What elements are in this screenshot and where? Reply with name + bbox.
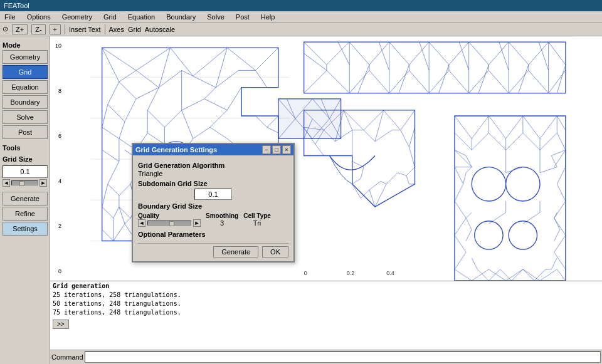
menu-help[interactable]: Help xyxy=(259,13,277,21)
svg-line-21 xyxy=(216,70,238,87)
menu-geometry[interactable]: Geometry xyxy=(60,13,94,21)
grid-label[interactable]: Grid xyxy=(128,26,141,33)
equation-button[interactable]: Equation xyxy=(3,80,48,94)
dialog-maximize-button[interactable]: □ xyxy=(272,145,281,154)
svg-line-44 xyxy=(102,127,119,138)
svg-line-219 xyxy=(557,184,566,201)
axes-label[interactable]: Axes xyxy=(109,26,124,33)
svg-line-12 xyxy=(256,48,278,70)
zoom-in-button[interactable]: Z+ xyxy=(12,24,28,34)
slider-thumb[interactable] xyxy=(19,181,24,186)
menu-file[interactable]: File xyxy=(3,13,18,21)
svg-line-228 xyxy=(455,269,472,281)
optional-label: Optional Parameters xyxy=(138,231,288,238)
menu-equation[interactable]: Equation xyxy=(126,13,157,21)
command-row: Command xyxy=(50,350,602,364)
menu-solve[interactable]: Solve xyxy=(205,13,226,21)
zoom-out-button[interactable]: Z- xyxy=(31,24,45,34)
svg-line-211 xyxy=(557,133,566,150)
svg-line-138 xyxy=(469,42,489,65)
y-label-8: 8 xyxy=(50,88,63,94)
svg-line-7 xyxy=(102,48,136,70)
svg-line-170 xyxy=(358,65,369,93)
svg-line-298 xyxy=(406,175,409,184)
grid-size-group xyxy=(3,165,47,178)
subdomain-input[interactable] xyxy=(194,189,232,200)
svg-line-19 xyxy=(193,76,216,87)
svg-line-41 xyxy=(267,116,278,127)
svg-line-254 xyxy=(523,212,540,224)
svg-line-198 xyxy=(455,116,472,138)
svg-line-16 xyxy=(159,48,170,87)
svg-line-216 xyxy=(455,167,463,184)
settings-button[interactable]: Settings xyxy=(3,222,48,236)
dialog-minimize-button[interactable]: − xyxy=(262,145,271,154)
app-title: FEATool xyxy=(4,2,29,9)
svg-line-143 xyxy=(304,70,327,93)
svg-line-37 xyxy=(227,88,241,110)
post-button[interactable]: Post xyxy=(3,125,48,139)
svg-line-280 xyxy=(315,144,324,155)
quality-slider-right[interactable]: ► xyxy=(193,219,201,227)
grid-size-input[interactable] xyxy=(3,165,48,178)
svg-line-152 xyxy=(488,70,509,93)
solve-button[interactable]: Solve xyxy=(3,110,48,124)
slider-right-arrow[interactable]: ► xyxy=(40,179,47,187)
log-line-3: 75 iterations, 248 triangulations. xyxy=(53,308,599,317)
svg-line-179 xyxy=(539,42,548,70)
grid-button[interactable]: Grid xyxy=(3,65,48,79)
more-button[interactable]: >> xyxy=(53,320,69,329)
slider-track[interactable] xyxy=(11,180,38,185)
dialog-generate-button[interactable]: Generate xyxy=(213,246,258,257)
quality-slider-left[interactable]: ◄ xyxy=(138,219,145,227)
svg-line-210 xyxy=(540,133,557,150)
svg-line-180 xyxy=(557,65,566,93)
svg-line-40 xyxy=(256,116,267,127)
menu-boundary[interactable]: Boundary xyxy=(164,13,198,21)
slider-left-arrow[interactable]: ◄ xyxy=(3,179,10,187)
svg-line-14 xyxy=(119,70,136,81)
command-input[interactable] xyxy=(85,351,601,363)
dialog-close-button[interactable]: × xyxy=(282,145,291,154)
dialog-body: Grid Generation Algorithm Triangle Subdo… xyxy=(133,155,293,261)
menu-post[interactable]: Post xyxy=(234,13,251,21)
generate-button[interactable]: Generate xyxy=(3,192,48,205)
svg-line-130 xyxy=(304,42,327,65)
svg-line-207 xyxy=(488,133,505,150)
svg-line-35 xyxy=(204,88,216,99)
svg-line-11 xyxy=(227,48,255,70)
autoscale-label[interactable]: Autoscale xyxy=(145,26,175,33)
svg-line-171 xyxy=(379,42,389,70)
svg-text:0: 0 xyxy=(304,270,307,276)
algorithm-value: Triangle xyxy=(138,170,288,177)
mode-label: Mode xyxy=(3,41,47,49)
svg-line-203 xyxy=(540,116,557,138)
subdomain-label: Subdomain Grid Size xyxy=(138,180,288,187)
quality-col: Quality ◄ ► xyxy=(138,212,201,227)
boundary-button[interactable]: Boundary xyxy=(3,95,48,109)
geometry-button[interactable]: Geometry xyxy=(3,50,48,64)
svg-line-154 xyxy=(529,70,549,93)
refine-button[interactable]: Refine xyxy=(3,207,48,221)
menu-options[interactable]: Options xyxy=(25,13,53,21)
dialog-ok-button[interactable]: OK xyxy=(262,246,288,257)
svg-line-300 xyxy=(398,173,406,176)
svg-line-229 xyxy=(472,269,488,281)
quality-slider-thumb[interactable] xyxy=(169,221,174,226)
svg-line-227 xyxy=(554,252,566,269)
quality-slider-track[interactable] xyxy=(147,221,191,226)
svg-line-233 xyxy=(540,269,557,281)
svg-line-296 xyxy=(409,147,415,167)
zoom-reset-button[interactable]: + xyxy=(50,24,61,34)
svg-line-205 xyxy=(455,133,472,150)
svg-line-232 xyxy=(523,269,540,281)
svg-line-209 xyxy=(523,133,540,150)
svg-line-263 xyxy=(477,269,488,281)
cell-type-value: Tri xyxy=(243,219,271,227)
svg-line-96 xyxy=(114,207,119,218)
svg-rect-129 xyxy=(304,42,566,93)
insert-text-label[interactable]: Insert Text xyxy=(69,26,101,33)
y-label-4: 4 xyxy=(50,178,63,184)
svg-line-275 xyxy=(384,110,401,130)
menu-grid[interactable]: Grid xyxy=(102,13,119,21)
